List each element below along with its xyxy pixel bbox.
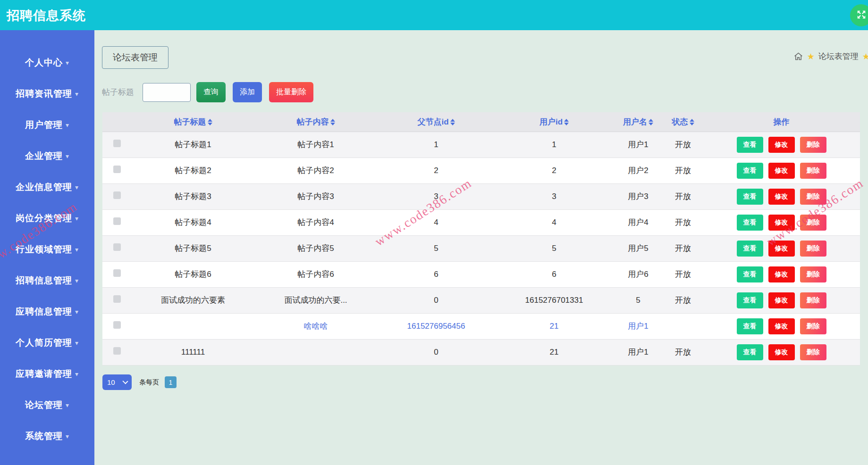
edit-button[interactable]: 修改	[768, 137, 795, 153]
delete-button[interactable]: 删除	[800, 292, 826, 308]
page-size-select[interactable]: 10	[102, 374, 132, 390]
cell-parent-id: 0	[377, 339, 495, 365]
column-header[interactable]: 用户id	[495, 112, 613, 132]
table-row: 帖子标题6 帖子内容6 6 6 用户6 开放 查看 修改 删除	[102, 261, 860, 287]
cell-status: 开放	[663, 235, 703, 261]
sidebar-item[interactable]: 应聘邀请管理 ▾	[0, 358, 94, 390]
edit-button[interactable]: 修改	[768, 318, 795, 334]
delete-button[interactable]: 删除	[800, 215, 826, 231]
add-button[interactable]: 添加	[233, 82, 262, 102]
query-button[interactable]: 查询	[196, 82, 226, 102]
sort-icon[interactable]	[690, 119, 694, 125]
column-header[interactable]: 帖子内容	[254, 112, 377, 132]
column-header[interactable]: 操作	[703, 112, 860, 132]
sidebar-item[interactable]: 行业领域管理 ▾	[0, 234, 94, 265]
row-checkbox[interactable]	[113, 269, 121, 277]
sidebar-item[interactable]: 招聘信息管理 ▾	[0, 265, 94, 296]
sort-icon[interactable]	[208, 119, 212, 125]
app-window: 招聘信息系统 个人中心 ▾ 招聘资讯管理 ▾ 用户管理	[0, 0, 868, 465]
row-checkbox[interactable]	[113, 191, 121, 199]
sidebar-item[interactable]: 个人简历管理 ▾	[0, 327, 94, 358]
cell-content: 帖子内容1	[254, 132, 377, 158]
search-input[interactable]	[143, 83, 191, 102]
view-button[interactable]: 查看	[737, 266, 763, 282]
view-button[interactable]: 查看	[737, 215, 763, 231]
cell-title: 帖子标题6	[132, 261, 254, 287]
sort-icon[interactable]	[450, 119, 455, 125]
view-button[interactable]: 查看	[737, 137, 763, 153]
batch-delete-button[interactable]: 批量删除	[269, 82, 313, 102]
table-row: 111111 0 21 用户1 开放 查看 修改 删除	[102, 339, 860, 365]
sort-icon[interactable]	[330, 119, 335, 125]
edit-button[interactable]: 修改	[768, 344, 795, 360]
sidebar-menu: 个人中心 ▾ 招聘资讯管理 ▾ 用户管理 ▾ 企业管理 ▾ 企业信息管理 ▾ 岗…	[0, 30, 94, 452]
cell-parent-id: 6	[377, 261, 495, 287]
chevron-down-icon: ▾	[75, 183, 79, 191]
current-page-badge[interactable]: 1	[165, 376, 177, 388]
sort-icon[interactable]	[649, 119, 653, 125]
row-checkbox[interactable]	[113, 217, 121, 225]
cell-status: 开放	[663, 183, 703, 209]
cell-title: 111111	[132, 339, 254, 365]
view-button[interactable]: 查看	[737, 344, 763, 360]
row-checkbox[interactable]	[113, 140, 121, 147]
fullscreen-button[interactable]	[850, 4, 868, 26]
cell-status: 开放	[663, 158, 703, 183]
breadcrumb: ★ 论坛表管理 ★ 论坛	[793, 51, 868, 62]
sidebar-item[interactable]: 用户管理 ▾	[0, 109, 94, 141]
delete-button[interactable]: 删除	[800, 241, 826, 257]
sidebar-item[interactable]: 系统管理 ▾	[0, 421, 94, 452]
pagination: 10 条每页 1	[102, 374, 177, 390]
breadcrumb-item[interactable]: 论坛表管理	[818, 51, 859, 62]
edit-button[interactable]: 修改	[768, 292, 795, 308]
edit-button[interactable]: 修改	[768, 163, 795, 179]
cell-content: 帖子内容3	[254, 183, 377, 209]
column-label: 帖子内容	[297, 117, 329, 126]
row-checkbox[interactable]	[113, 347, 121, 355]
sidebar-item[interactable]: 招聘资讯管理 ▾	[0, 78, 94, 109]
view-button[interactable]: 查看	[737, 318, 763, 334]
row-actions: 查看 修改 删除	[703, 318, 860, 334]
view-button[interactable]: 查看	[737, 241, 763, 257]
row-checkbox[interactable]	[113, 166, 121, 173]
cell-username: 用户4	[613, 209, 663, 235]
sidebar-item[interactable]: 应聘信息管理 ▾	[0, 296, 94, 327]
cell-content: 帖子内容4	[254, 209, 377, 235]
sort-icon[interactable]	[564, 119, 569, 125]
delete-button[interactable]: 删除	[800, 344, 826, 360]
delete-button[interactable]: 删除	[800, 163, 826, 179]
edit-button[interactable]: 修改	[768, 266, 795, 282]
chevron-down-icon: ▾	[75, 339, 79, 347]
view-button[interactable]: 查看	[737, 163, 763, 179]
view-button[interactable]: 查看	[737, 292, 763, 308]
column-header[interactable]	[102, 112, 132, 132]
row-actions: 查看 修改 删除	[703, 137, 860, 153]
cell-content: 帖子内容2	[254, 158, 377, 183]
page-title[interactable]: 论坛表管理	[102, 46, 169, 69]
sidebar-item[interactable]: 个人中心 ▾	[0, 47, 94, 78]
view-button[interactable]: 查看	[737, 189, 763, 205]
column-header[interactable]: 状态	[663, 112, 703, 132]
column-header[interactable]: 帖子标题	[132, 112, 254, 132]
sidebar-item[interactable]: 岗位分类管理 ▾	[0, 203, 94, 234]
sidebar-item[interactable]: 论坛管理 ▾	[0, 390, 94, 421]
delete-button[interactable]: 删除	[800, 318, 826, 334]
delete-button[interactable]: 删除	[800, 137, 826, 153]
delete-button[interactable]: 删除	[800, 266, 826, 282]
edit-button[interactable]: 修改	[768, 189, 795, 205]
column-header[interactable]: 用户名	[613, 112, 663, 132]
row-checkbox[interactable]	[113, 243, 121, 251]
cell-user-id: 5	[495, 235, 613, 261]
chevron-down-icon: ▾	[75, 370, 79, 378]
home-icon[interactable]	[793, 51, 803, 61]
column-header[interactable]: 父节点id	[377, 112, 495, 132]
row-checkbox[interactable]	[113, 295, 121, 303]
column-label: 状态	[672, 117, 688, 126]
sidebar-item[interactable]: 企业管理 ▾	[0, 141, 94, 172]
edit-button[interactable]: 修改	[768, 241, 795, 257]
row-checkbox[interactable]	[113, 321, 121, 329]
delete-button[interactable]: 删除	[800, 189, 826, 205]
edit-button[interactable]: 修改	[768, 215, 795, 231]
sidebar-item-label: 应聘邀请管理	[16, 368, 72, 380]
sidebar-item[interactable]: 企业信息管理 ▾	[0, 172, 94, 203]
